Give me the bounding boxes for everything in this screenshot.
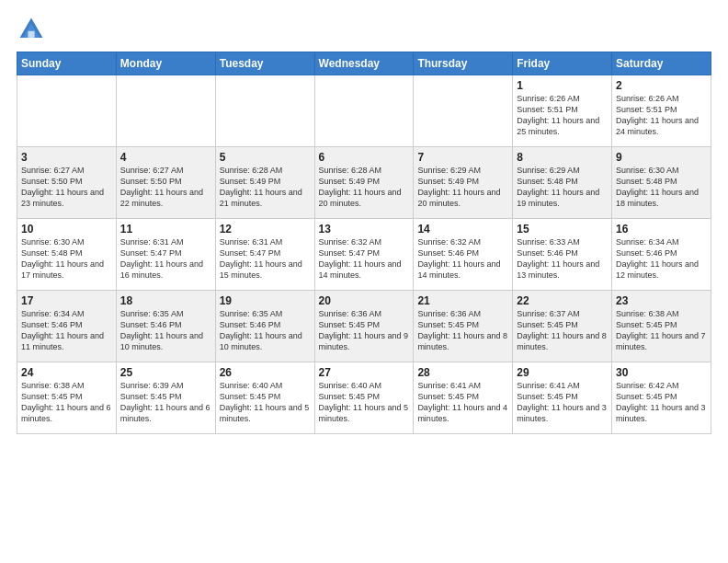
day-number: 13 bbox=[319, 223, 410, 236]
weekday-header-friday: Friday bbox=[513, 52, 612, 75]
day-info: Sunrise: 6:27 AM Sunset: 5:50 PM Dayligh… bbox=[21, 165, 112, 210]
calendar-cell bbox=[17, 75, 117, 147]
day-info: Sunrise: 6:31 AM Sunset: 5:47 PM Dayligh… bbox=[120, 236, 211, 282]
day-info: Sunrise: 6:26 AM Sunset: 5:51 PM Dayligh… bbox=[616, 93, 707, 138]
calendar-cell: 13Sunrise: 6:32 AM Sunset: 5:47 PM Dayli… bbox=[314, 219, 414, 291]
calendar-cell: 10Sunrise: 6:30 AM Sunset: 5:48 PM Dayli… bbox=[17, 219, 117, 291]
calendar-week-3: 10Sunrise: 6:30 AM Sunset: 5:48 PM Dayli… bbox=[17, 219, 711, 291]
day-number: 28 bbox=[417, 366, 508, 379]
calendar-cell: 28Sunrise: 6:41 AM Sunset: 5:45 PM Dayli… bbox=[414, 362, 513, 434]
day-number: 8 bbox=[517, 151, 608, 164]
calendar-cell: 4Sunrise: 6:27 AM Sunset: 5:50 PM Daylig… bbox=[116, 147, 215, 219]
day-info: Sunrise: 6:30 AM Sunset: 5:48 PM Dayligh… bbox=[616, 165, 707, 210]
day-number: 27 bbox=[319, 366, 410, 379]
day-number: 22 bbox=[517, 294, 608, 307]
day-number: 10 bbox=[21, 223, 112, 236]
calendar-cell bbox=[414, 75, 513, 147]
day-number: 5 bbox=[220, 151, 311, 164]
calendar-cell: 26Sunrise: 6:40 AM Sunset: 5:45 PM Dayli… bbox=[215, 362, 314, 434]
day-number: 17 bbox=[21, 294, 112, 307]
weekday-header-thursday: Thursday bbox=[414, 52, 513, 75]
calendar-cell: 19Sunrise: 6:35 AM Sunset: 5:46 PM Dayli… bbox=[215, 291, 314, 362]
day-info: Sunrise: 6:26 AM Sunset: 5:51 PM Dayligh… bbox=[517, 93, 608, 138]
day-info: Sunrise: 6:34 AM Sunset: 5:46 PM Dayligh… bbox=[616, 236, 707, 282]
day-info: Sunrise: 6:30 AM Sunset: 5:48 PM Dayligh… bbox=[21, 236, 112, 282]
day-number: 23 bbox=[616, 294, 707, 307]
day-number: 4 bbox=[120, 151, 211, 164]
day-number: 11 bbox=[120, 223, 211, 236]
calendar-week-1: 1Sunrise: 6:26 AM Sunset: 5:51 PM Daylig… bbox=[17, 75, 711, 147]
day-number: 24 bbox=[21, 366, 112, 379]
logo-icon bbox=[17, 15, 46, 44]
calendar-cell: 7Sunrise: 6:29 AM Sunset: 5:49 PM Daylig… bbox=[414, 147, 513, 219]
day-info: Sunrise: 6:36 AM Sunset: 5:45 PM Dayligh… bbox=[319, 308, 410, 353]
day-info: Sunrise: 6:29 AM Sunset: 5:48 PM Dayligh… bbox=[517, 165, 608, 210]
day-number: 19 bbox=[220, 294, 311, 307]
day-number: 14 bbox=[417, 223, 508, 236]
day-info: Sunrise: 6:29 AM Sunset: 5:49 PM Dayligh… bbox=[417, 165, 508, 210]
calendar-week-4: 17Sunrise: 6:34 AM Sunset: 5:46 PM Dayli… bbox=[17, 291, 711, 362]
day-info: Sunrise: 6:34 AM Sunset: 5:46 PM Dayligh… bbox=[21, 308, 112, 353]
day-info: Sunrise: 6:36 AM Sunset: 5:45 PM Dayligh… bbox=[417, 308, 508, 353]
day-number: 29 bbox=[517, 366, 608, 379]
calendar-cell: 6Sunrise: 6:28 AM Sunset: 5:49 PM Daylig… bbox=[314, 147, 414, 219]
day-number: 25 bbox=[120, 366, 211, 379]
calendar-cell: 18Sunrise: 6:35 AM Sunset: 5:46 PM Dayli… bbox=[116, 291, 215, 362]
weekday-header-tuesday: Tuesday bbox=[215, 52, 314, 75]
calendar-cell: 5Sunrise: 6:28 AM Sunset: 5:49 PM Daylig… bbox=[215, 147, 314, 219]
day-number: 2 bbox=[616, 79, 707, 92]
weekday-header-monday: Monday bbox=[116, 52, 215, 75]
calendar-body: 1Sunrise: 6:26 AM Sunset: 5:51 PM Daylig… bbox=[17, 75, 711, 434]
calendar-week-2: 3Sunrise: 6:27 AM Sunset: 5:50 PM Daylig… bbox=[17, 147, 711, 219]
calendar-cell: 2Sunrise: 6:26 AM Sunset: 5:51 PM Daylig… bbox=[612, 75, 711, 147]
day-info: Sunrise: 6:42 AM Sunset: 5:45 PM Dayligh… bbox=[616, 380, 707, 425]
day-info: Sunrise: 6:32 AM Sunset: 5:47 PM Dayligh… bbox=[319, 236, 410, 282]
day-info: Sunrise: 6:39 AM Sunset: 5:45 PM Dayligh… bbox=[120, 380, 211, 425]
calendar-cell: 24Sunrise: 6:38 AM Sunset: 5:45 PM Dayli… bbox=[17, 362, 117, 434]
calendar-cell: 3Sunrise: 6:27 AM Sunset: 5:50 PM Daylig… bbox=[17, 147, 117, 219]
header-row bbox=[17, 15, 711, 44]
calendar-cell: 16Sunrise: 6:34 AM Sunset: 5:46 PM Dayli… bbox=[612, 219, 711, 291]
calendar-cell bbox=[215, 75, 314, 147]
day-info: Sunrise: 6:41 AM Sunset: 5:45 PM Dayligh… bbox=[517, 380, 608, 425]
day-info: Sunrise: 6:28 AM Sunset: 5:49 PM Dayligh… bbox=[319, 165, 410, 210]
calendar: SundayMondayTuesdayWednesdayThursdayFrid… bbox=[17, 52, 711, 434]
day-number: 21 bbox=[417, 294, 508, 307]
day-number: 18 bbox=[120, 294, 211, 307]
day-info: Sunrise: 6:33 AM Sunset: 5:46 PM Dayligh… bbox=[517, 236, 608, 282]
calendar-cell: 20Sunrise: 6:36 AM Sunset: 5:45 PM Dayli… bbox=[314, 291, 414, 362]
calendar-cell bbox=[314, 75, 414, 147]
calendar-cell: 17Sunrise: 6:34 AM Sunset: 5:46 PM Dayli… bbox=[17, 291, 117, 362]
day-info: Sunrise: 6:27 AM Sunset: 5:50 PM Dayligh… bbox=[120, 165, 211, 210]
calendar-cell: 23Sunrise: 6:38 AM Sunset: 5:45 PM Dayli… bbox=[612, 291, 711, 362]
day-number: 20 bbox=[319, 294, 410, 307]
calendar-cell: 15Sunrise: 6:33 AM Sunset: 5:46 PM Dayli… bbox=[513, 219, 612, 291]
calendar-cell: 25Sunrise: 6:39 AM Sunset: 5:45 PM Dayli… bbox=[116, 362, 215, 434]
day-info: Sunrise: 6:32 AM Sunset: 5:46 PM Dayligh… bbox=[417, 236, 508, 282]
day-info: Sunrise: 6:28 AM Sunset: 5:49 PM Dayligh… bbox=[220, 165, 311, 210]
day-info: Sunrise: 6:35 AM Sunset: 5:46 PM Dayligh… bbox=[120, 308, 211, 353]
calendar-cell: 14Sunrise: 6:32 AM Sunset: 5:46 PM Dayli… bbox=[414, 219, 513, 291]
day-info: Sunrise: 6:38 AM Sunset: 5:45 PM Dayligh… bbox=[21, 380, 112, 425]
day-info: Sunrise: 6:35 AM Sunset: 5:46 PM Dayligh… bbox=[220, 308, 311, 353]
weekday-header-saturday: Saturday bbox=[612, 52, 711, 75]
calendar-cell: 8Sunrise: 6:29 AM Sunset: 5:48 PM Daylig… bbox=[513, 147, 612, 219]
day-info: Sunrise: 6:40 AM Sunset: 5:45 PM Dayligh… bbox=[220, 380, 311, 425]
day-number: 3 bbox=[21, 151, 112, 164]
day-info: Sunrise: 6:41 AM Sunset: 5:45 PM Dayligh… bbox=[417, 380, 508, 425]
calendar-cell: 9Sunrise: 6:30 AM Sunset: 5:48 PM Daylig… bbox=[612, 147, 711, 219]
day-number: 26 bbox=[220, 366, 311, 379]
calendar-cell: 12Sunrise: 6:31 AM Sunset: 5:47 PM Dayli… bbox=[215, 219, 314, 291]
day-info: Sunrise: 6:38 AM Sunset: 5:45 PM Dayligh… bbox=[616, 308, 707, 353]
svg-rect-2 bbox=[28, 31, 34, 38]
calendar-cell bbox=[116, 75, 215, 147]
day-number: 15 bbox=[517, 223, 608, 236]
calendar-cell: 11Sunrise: 6:31 AM Sunset: 5:47 PM Dayli… bbox=[116, 219, 215, 291]
calendar-week-5: 24Sunrise: 6:38 AM Sunset: 5:45 PM Dayli… bbox=[17, 362, 711, 434]
weekday-header-wednesday: Wednesday bbox=[314, 52, 414, 75]
day-info: Sunrise: 6:40 AM Sunset: 5:45 PM Dayligh… bbox=[319, 380, 410, 425]
weekday-row: SundayMondayTuesdayWednesdayThursdayFrid… bbox=[17, 52, 711, 75]
day-number: 12 bbox=[220, 223, 311, 236]
day-number: 1 bbox=[517, 79, 608, 92]
calendar-cell: 21Sunrise: 6:36 AM Sunset: 5:45 PM Dayli… bbox=[414, 291, 513, 362]
